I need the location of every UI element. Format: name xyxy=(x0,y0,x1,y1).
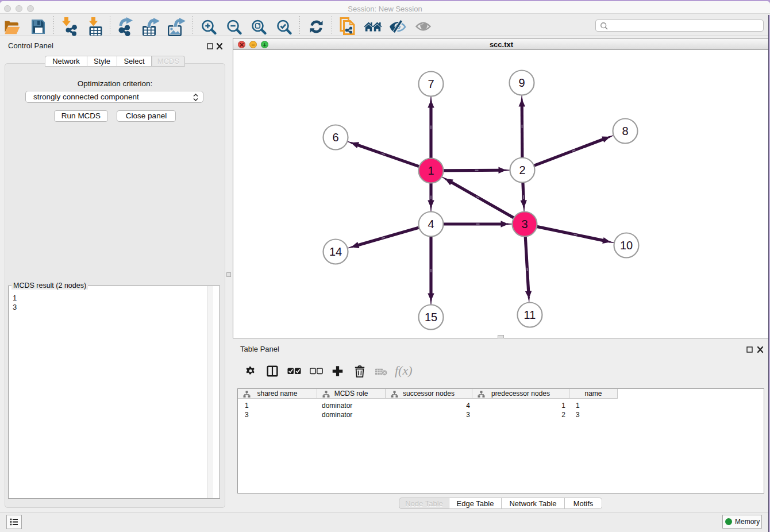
svg-text:6: 6 xyxy=(332,131,338,144)
svg-text:10: 10 xyxy=(620,239,633,252)
svg-text:1: 1 xyxy=(428,164,434,177)
svg-text:4: 4 xyxy=(428,218,434,230)
svg-text:11: 11 xyxy=(524,309,536,321)
svg-text:8: 8 xyxy=(622,125,628,137)
svg-text:3: 3 xyxy=(521,218,528,230)
svg-text:14: 14 xyxy=(329,245,342,258)
svg-text:2: 2 xyxy=(519,164,525,176)
svg-text:7: 7 xyxy=(428,78,434,90)
svg-text:15: 15 xyxy=(425,311,437,323)
svg-text:9: 9 xyxy=(518,76,525,89)
